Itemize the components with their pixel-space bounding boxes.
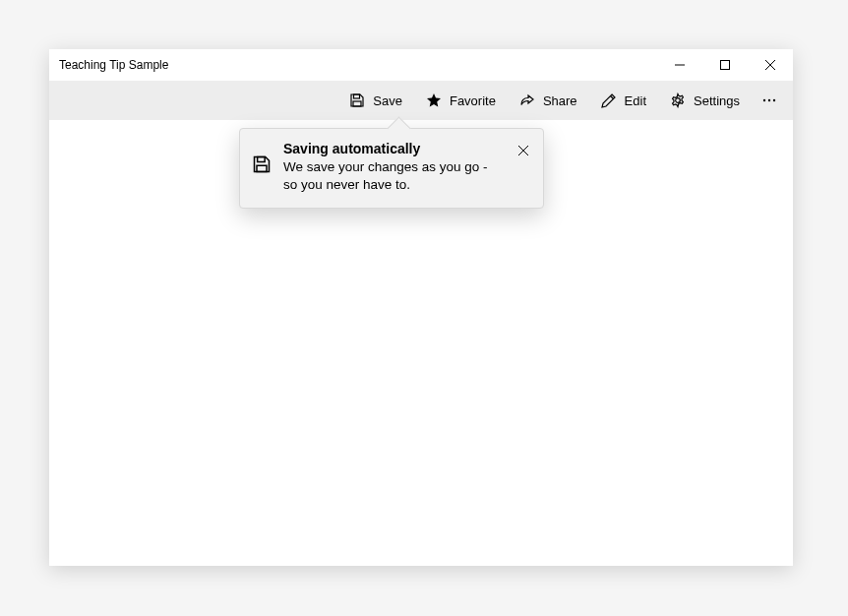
more-icon (761, 92, 777, 108)
save-label: Save (373, 93, 402, 108)
more-button[interactable] (752, 83, 787, 118)
svg-line-6 (610, 96, 613, 99)
share-icon (519, 92, 535, 108)
application-window: Teaching Tip Sample (49, 49, 793, 566)
save-icon (349, 92, 365, 108)
teaching-tip-title: Saving automatically (283, 141, 504, 156)
star-icon (426, 92, 442, 108)
toolbar: Save Favorite Share (49, 81, 793, 120)
svg-point-8 (763, 99, 765, 101)
content-area: Saving automatically We save your change… (49, 120, 793, 566)
share-label: Share (543, 93, 577, 108)
close-button[interactable] (748, 49, 793, 81)
pencil-icon (601, 92, 617, 108)
favorite-label: Favorite (450, 93, 496, 108)
save-icon (252, 154, 272, 174)
teaching-tip-body: We save your changes as you go - so you … (283, 158, 504, 194)
teaching-tip-content: Saving automatically We save your change… (283, 141, 504, 194)
favorite-button[interactable]: Favorite (414, 83, 508, 118)
svg-point-9 (768, 99, 770, 101)
edit-button[interactable]: Edit (589, 83, 658, 118)
gear-icon (670, 92, 686, 108)
svg-rect-11 (258, 157, 266, 162)
svg-point-7 (676, 98, 681, 103)
titlebar: Teaching Tip Sample (49, 49, 793, 81)
window-controls (657, 49, 793, 81)
svg-rect-12 (257, 165, 267, 171)
teaching-tip-close-button[interactable] (515, 143, 531, 158)
edit-label: Edit (625, 93, 646, 108)
close-icon (518, 142, 528, 159)
settings-button[interactable]: Settings (658, 83, 752, 118)
minimize-icon (675, 56, 685, 74)
svg-rect-4 (354, 94, 360, 98)
maximize-button[interactable] (702, 49, 748, 81)
save-button[interactable]: Save (337, 83, 414, 118)
minimize-button[interactable] (657, 49, 702, 81)
svg-rect-1 (721, 61, 730, 70)
maximize-icon (720, 56, 730, 74)
window-title: Teaching Tip Sample (59, 58, 168, 72)
share-button[interactable]: Share (508, 83, 589, 118)
teaching-tip: Saving automatically We save your change… (239, 128, 544, 209)
svg-point-10 (773, 99, 775, 101)
svg-rect-5 (353, 101, 361, 106)
settings-label: Settings (694, 93, 740, 108)
close-icon (765, 56, 775, 74)
